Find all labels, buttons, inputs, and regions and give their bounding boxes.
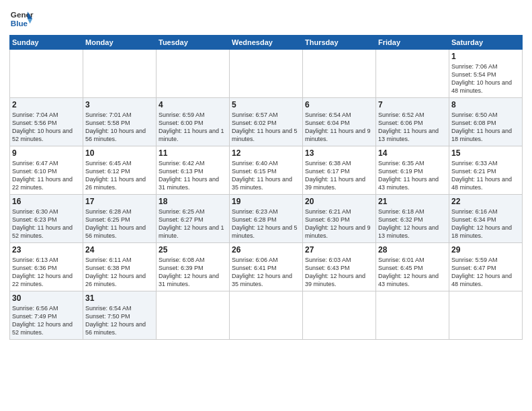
- table-row: 30Sunrise: 6:56 AM Sunset: 7:49 PM Dayli…: [10, 291, 83, 340]
- day-number: 11: [159, 148, 227, 158]
- table-row: 2Sunrise: 7:04 AM Sunset: 5:56 PM Daylig…: [10, 98, 83, 146]
- table-row: 12Sunrise: 6:40 AM Sunset: 6:15 PM Dayli…: [230, 146, 303, 195]
- day-info: Sunrise: 7:01 AM Sunset: 5:58 PM Dayligh…: [85, 111, 154, 144]
- day-info: Sunrise: 6:18 AM Sunset: 6:32 PM Dayligh…: [378, 208, 447, 240]
- day-info: Sunrise: 6:35 AM Sunset: 6:19 PM Dayligh…: [378, 159, 447, 192]
- day-info: Sunrise: 6:01 AM Sunset: 6:45 PM Dayligh…: [378, 256, 447, 289]
- table-row: 26Sunrise: 6:06 AM Sunset: 6:41 PM Dayli…: [230, 243, 303, 291]
- day-number: 2: [12, 100, 81, 109]
- table-row: 6Sunrise: 6:54 AM Sunset: 6:04 PM Daylig…: [303, 98, 376, 146]
- day-number: 18: [159, 197, 227, 206]
- svg-marker-3: [28, 19, 32, 24]
- day-number: 17: [85, 197, 154, 206]
- day-info: Sunrise: 6:21 AM Sunset: 6:30 PM Dayligh…: [305, 208, 373, 240]
- header: General Blue: [9, 7, 523, 31]
- table-row: 17Sunrise: 6:28 AM Sunset: 6:25 PM Dayli…: [83, 195, 157, 243]
- col-saturday: Saturday: [449, 36, 523, 50]
- day-number: 16: [12, 197, 81, 206]
- calendar-week-row: 30Sunrise: 6:56 AM Sunset: 7:49 PM Dayli…: [10, 291, 523, 340]
- table-row: 5Sunrise: 6:57 AM Sunset: 6:02 PM Daylig…: [230, 98, 303, 146]
- table-row: 25Sunrise: 6:08 AM Sunset: 6:39 PM Dayli…: [157, 243, 230, 291]
- table-row: [230, 291, 303, 340]
- day-number: 9: [12, 148, 81, 158]
- day-info: Sunrise: 6:40 AM Sunset: 6:15 PM Dayligh…: [232, 159, 300, 192]
- day-number: 23: [12, 245, 81, 255]
- day-number: 13: [305, 148, 373, 158]
- table-row: [157, 291, 230, 340]
- day-number: 5: [232, 100, 300, 109]
- day-info: Sunrise: 7:04 AM Sunset: 5:56 PM Dayligh…: [12, 111, 81, 144]
- table-row: 23Sunrise: 6:13 AM Sunset: 6:36 PM Dayli…: [10, 243, 83, 291]
- day-number: 31: [85, 293, 154, 303]
- day-info: Sunrise: 6:54 AM Sunset: 6:04 PM Dayligh…: [305, 111, 373, 144]
- col-monday: Monday: [83, 36, 157, 50]
- day-number: 14: [378, 148, 447, 158]
- table-row: 22Sunrise: 6:16 AM Sunset: 6:34 PM Dayli…: [449, 195, 523, 243]
- day-info: Sunrise: 6:38 AM Sunset: 6:17 PM Dayligh…: [305, 159, 373, 192]
- day-info: Sunrise: 6:11 AM Sunset: 6:38 PM Dayligh…: [85, 256, 154, 289]
- day-info: Sunrise: 6:23 AM Sunset: 6:28 PM Dayligh…: [232, 208, 300, 240]
- calendar-week-row: 9Sunrise: 6:47 AM Sunset: 6:10 PM Daylig…: [10, 146, 523, 195]
- day-info: Sunrise: 6:16 AM Sunset: 6:34 PM Dayligh…: [451, 208, 520, 240]
- table-row: 29Sunrise: 5:59 AM Sunset: 6:47 PM Dayli…: [449, 243, 523, 291]
- day-info: Sunrise: 6:25 AM Sunset: 6:27 PM Dayligh…: [159, 208, 227, 240]
- table-row: [10, 50, 83, 98]
- day-number: 25: [159, 245, 227, 255]
- day-number: 12: [232, 148, 300, 158]
- day-number: 1: [451, 52, 520, 61]
- day-info: Sunrise: 6:57 AM Sunset: 6:02 PM Dayligh…: [232, 111, 300, 144]
- day-info: Sunrise: 7:06 AM Sunset: 5:54 PM Dayligh…: [451, 62, 520, 95]
- day-info: Sunrise: 6:13 AM Sunset: 6:36 PM Dayligh…: [12, 256, 81, 289]
- col-wednesday: Wednesday: [230, 36, 303, 50]
- calendar-week-row: 2Sunrise: 7:04 AM Sunset: 5:56 PM Daylig…: [10, 98, 523, 146]
- day-number: 4: [159, 100, 227, 109]
- table-row: 24Sunrise: 6:11 AM Sunset: 6:38 PM Dayli…: [83, 243, 157, 291]
- col-friday: Friday: [376, 36, 449, 50]
- logo-icon: General Blue: [9, 7, 34, 31]
- table-row: 31Sunrise: 6:54 AM Sunset: 7:50 PM Dayli…: [83, 291, 157, 340]
- day-info: Sunrise: 6:59 AM Sunset: 6:00 PM Dayligh…: [159, 111, 227, 144]
- calendar-week-row: 16Sunrise: 6:30 AM Sunset: 6:23 PM Dayli…: [10, 195, 523, 243]
- day-number: 28: [378, 245, 447, 255]
- table-row: 13Sunrise: 6:38 AM Sunset: 6:17 PM Dayli…: [303, 146, 376, 195]
- day-info: Sunrise: 6:54 AM Sunset: 7:50 PM Dayligh…: [85, 304, 154, 337]
- day-info: Sunrise: 6:52 AM Sunset: 6:06 PM Dayligh…: [378, 111, 447, 144]
- table-row: [157, 50, 230, 98]
- svg-text:Blue: Blue: [11, 19, 28, 28]
- day-number: 22: [451, 197, 520, 206]
- col-sunday: Sunday: [10, 36, 83, 50]
- day-number: 20: [305, 197, 373, 206]
- day-info: Sunrise: 6:47 AM Sunset: 6:10 PM Dayligh…: [12, 159, 81, 192]
- day-number: 30: [12, 293, 81, 303]
- table-row: 14Sunrise: 6:35 AM Sunset: 6:19 PM Dayli…: [376, 146, 449, 195]
- day-number: 10: [85, 148, 154, 158]
- day-info: Sunrise: 6:03 AM Sunset: 6:43 PM Dayligh…: [305, 256, 373, 289]
- day-info: Sunrise: 6:06 AM Sunset: 6:41 PM Dayligh…: [232, 256, 300, 289]
- day-number: 3: [85, 100, 154, 109]
- day-info: Sunrise: 6:28 AM Sunset: 6:25 PM Dayligh…: [85, 208, 154, 240]
- table-row: 3Sunrise: 7:01 AM Sunset: 5:58 PM Daylig…: [83, 98, 157, 146]
- logo: General Blue: [9, 7, 34, 31]
- day-info: Sunrise: 6:33 AM Sunset: 6:21 PM Dayligh…: [451, 159, 520, 192]
- table-row: 18Sunrise: 6:25 AM Sunset: 6:27 PM Dayli…: [157, 195, 230, 243]
- table-row: 20Sunrise: 6:21 AM Sunset: 6:30 PM Dayli…: [303, 195, 376, 243]
- table-row: 11Sunrise: 6:42 AM Sunset: 6:13 PM Dayli…: [157, 146, 230, 195]
- day-info: Sunrise: 6:42 AM Sunset: 6:13 PM Dayligh…: [159, 159, 227, 192]
- table-row: 4Sunrise: 6:59 AM Sunset: 6:00 PM Daylig…: [157, 98, 230, 146]
- calendar: Sunday Monday Tuesday Wednesday Thursday…: [9, 35, 523, 340]
- day-number: 29: [451, 245, 520, 255]
- day-info: Sunrise: 5:59 AM Sunset: 6:47 PM Dayligh…: [451, 256, 520, 289]
- calendar-header-row: Sunday Monday Tuesday Wednesday Thursday…: [10, 36, 523, 50]
- calendar-week-row: 23Sunrise: 6:13 AM Sunset: 6:36 PM Dayli…: [10, 243, 523, 291]
- day-number: 6: [305, 100, 373, 109]
- table-row: [230, 50, 303, 98]
- table-row: 21Sunrise: 6:18 AM Sunset: 6:32 PM Dayli…: [376, 195, 449, 243]
- table-row: 15Sunrise: 6:33 AM Sunset: 6:21 PM Dayli…: [449, 146, 523, 195]
- day-number: 27: [305, 245, 373, 255]
- table-row: 10Sunrise: 6:45 AM Sunset: 6:12 PM Dayli…: [83, 146, 157, 195]
- day-number: 21: [378, 197, 447, 206]
- day-number: 8: [451, 100, 520, 109]
- page: General Blue Sunday Monday Tuesday Wedne…: [0, 0, 532, 411]
- table-row: [303, 291, 376, 340]
- table-row: 28Sunrise: 6:01 AM Sunset: 6:45 PM Dayli…: [376, 243, 449, 291]
